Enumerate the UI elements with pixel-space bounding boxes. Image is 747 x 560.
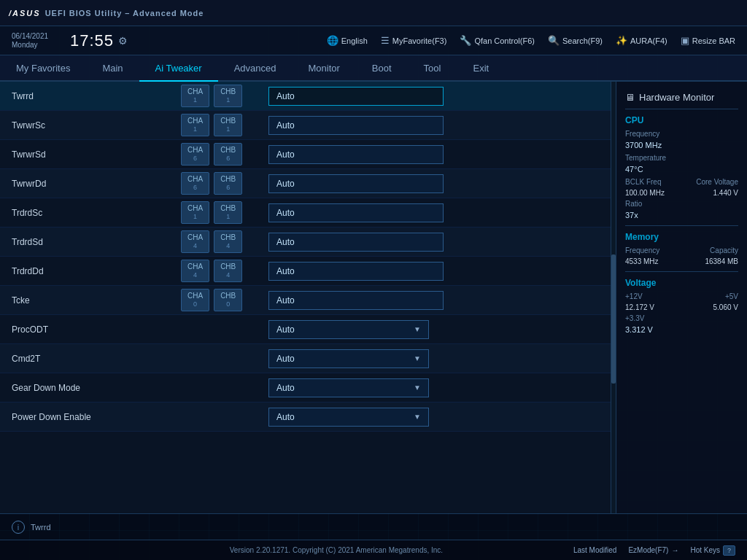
monitor-icon: 🖥: [625, 92, 635, 103]
header-title: UEFI BIOS Utility – Advanced Mode: [45, 9, 204, 18]
hw-ratio-label: Ratio: [625, 200, 642, 208]
setting-name: Power Down Enable: [0, 406, 175, 428]
hw-12v-value: 12.172 V: [625, 303, 654, 311]
setting-row: TwrrdCHA1CHB1Auto: [0, 82, 611, 111]
dropdown-value: Auto: [276, 412, 295, 422]
setting-value-container: Auto: [263, 291, 611, 310]
hw-5v-label: +5V: [725, 292, 738, 300]
favorite-label: MyFavorite(F3): [392, 36, 447, 45]
last-modified-button[interactable]: Last Modified: [573, 545, 616, 556]
cha-badge: CHA6: [181, 172, 209, 195]
hw-mem-cap-label: Capacity: [710, 246, 738, 254]
value-dropdown[interactable]: Auto▼: [268, 378, 429, 397]
tab-advanced[interactable]: Advanced: [218, 55, 293, 82]
tab-main[interactable]: Main: [86, 55, 139, 82]
toolbar-language[interactable]: 🌐 English: [327, 35, 368, 46]
channel-badges: CHA1CHB1: [175, 201, 263, 224]
setting-name: TwrwrSd: [0, 144, 175, 166]
setting-row: TwrwrDdCHA6CHB6Auto: [0, 169, 611, 198]
scrollbar[interactable]: [611, 82, 616, 513]
setting-row: Cmd2TAuto▼: [0, 344, 611, 373]
setting-row: TwrwrScCHA1CHB1Auto: [0, 111, 611, 140]
time: 17:55: [70, 31, 114, 50]
value-text-box[interactable]: Auto: [268, 116, 444, 135]
hw-ratio-row: Ratio: [625, 200, 738, 208]
tab-monitor[interactable]: Monitor: [293, 55, 356, 82]
value-dropdown[interactable]: Auto▼: [268, 408, 429, 427]
ezmode-arrow-icon: →: [671, 546, 678, 554]
toolbar-search[interactable]: 🔍 Search(F9): [548, 35, 603, 46]
chb-badge: CHB4: [214, 260, 242, 282]
hw-mem-freq-value: 4533 MHz: [625, 257, 659, 265]
ezmode-button[interactable]: EzMode(F7) →: [628, 545, 678, 556]
setting-name: Tcke: [0, 289, 175, 311]
setting-row: ProcODTAuto▼: [0, 315, 611, 344]
nav-bar: My Favorites Main Ai Tweaker Advanced Mo…: [0, 55, 747, 82]
setting-value-container: Auto: [263, 262, 611, 281]
setting-name: TwrwrDd: [0, 173, 175, 195]
cha-badge: CHA4: [181, 260, 209, 282]
value-text-box[interactable]: Auto: [268, 291, 444, 310]
resize-icon: ▣: [681, 35, 689, 46]
tab-tool[interactable]: Tool: [408, 55, 457, 82]
tab-boot[interactable]: Boot: [356, 55, 408, 82]
header-bar: /ASUS UEFI BIOS Utility – Advanced Mode: [0, 0, 747, 26]
value-text-box[interactable]: Auto: [268, 87, 444, 106]
cha-badge: CHA1: [181, 114, 209, 136]
tab-my-favorites[interactable]: My Favorites: [0, 55, 86, 82]
hw-corevolt-label: Core Voltage: [696, 178, 738, 186]
value-text-box[interactable]: Auto: [268, 233, 444, 252]
settings-icon[interactable]: ⚙: [118, 35, 128, 47]
datetime-bar: 06/14/2021 Monday 17:55 ⚙ 🌐 English ☰ My…: [0, 26, 747, 55]
value-dropdown[interactable]: Auto▼: [268, 320, 429, 339]
bottom-actions: Last Modified EzMode(F7) → Hot Keys ?: [573, 545, 735, 556]
resize-label: Resize BAR: [692, 36, 735, 45]
hw-mem-row: Frequency Capacity: [625, 246, 738, 254]
hotkeys-key: ?: [723, 545, 735, 556]
hw-bclk-row: BCLK Freq Core Voltage: [625, 178, 738, 186]
chb-badge: CHB1: [214, 85, 242, 107]
cha-badge: CHA6: [181, 143, 209, 166]
value-text-box[interactable]: Auto: [268, 174, 444, 193]
hw-bclk-value: 100.00 MHz: [625, 189, 665, 197]
setting-name: Gear Down Mode: [0, 377, 175, 399]
value-text-box[interactable]: Auto: [268, 203, 444, 222]
channel-badges: CHA0CHB0: [175, 289, 263, 311]
hw-33v-value: 3.312 V: [625, 325, 738, 334]
qfan-label: Qfan Control(F6): [474, 36, 535, 45]
setting-value-container: Auto: [263, 116, 611, 135]
ezmode-label: EzMode(F7): [628, 546, 668, 554]
hotkeys-button[interactable]: Hot Keys ?: [690, 545, 735, 556]
channel-badges: CHA6CHB6: [175, 143, 263, 166]
hw-temp-label: Temperature: [625, 154, 666, 162]
toolbar-qfan[interactable]: 🔧 Qfan Control(F6): [460, 35, 535, 46]
tab-ai-tweaker[interactable]: Ai Tweaker: [139, 55, 218, 82]
settings-panel: TwrrdCHA1CHB1AutoTwrwrScCHA1CHB1AutoTwrw…: [0, 82, 611, 513]
copyright-text: Version 2.20.1271. Copyright (C) 2021 Am…: [99, 546, 573, 554]
tab-exit[interactable]: Exit: [457, 55, 505, 82]
value-text-box[interactable]: Auto: [268, 262, 444, 281]
cha-badge: CHA1: [181, 85, 209, 107]
toolbar-resizebar[interactable]: ▣ Resize BAR: [681, 35, 735, 46]
chb-badge: CHB6: [214, 172, 242, 195]
value-text-box[interactable]: Auto: [268, 145, 444, 164]
setting-name: Cmd2T: [0, 348, 175, 370]
setting-name: Twrrd: [0, 85, 175, 107]
chb-badge: CHB1: [214, 114, 242, 136]
asus-logo: /ASUS UEFI BIOS Utility – Advanced Mode: [9, 9, 204, 18]
hw-monitor-panel: 🖥 Hardware Monitor CPU Frequency 3700 MH…: [616, 82, 747, 513]
hw-cpu-freq-row: Frequency: [625, 130, 738, 138]
language-label: English: [341, 36, 368, 45]
setting-value-container: Auto▼: [263, 408, 611, 427]
toolbar-myfavorite[interactable]: ☰ MyFavorite(F3): [381, 35, 447, 46]
chevron-down-icon: ▼: [414, 325, 421, 333]
channel-badges: CHA4CHB4: [175, 230, 263, 253]
toolbar-aura[interactable]: ✨ AURA(F4): [616, 35, 667, 46]
value-dropdown[interactable]: Auto▼: [268, 349, 429, 368]
main-content: TwrrdCHA1CHB1AutoTwrwrScCHA1CHB1AutoTwrw…: [0, 82, 747, 513]
hw-mem-freq-label: Frequency: [625, 246, 659, 254]
setting-value-container: Auto▼: [263, 320, 611, 339]
info-bar: i Twrrd: [0, 513, 747, 540]
hw-12v-values: 12.172 V 5.060 V: [625, 303, 738, 311]
chevron-down-icon: ▼: [414, 354, 421, 362]
